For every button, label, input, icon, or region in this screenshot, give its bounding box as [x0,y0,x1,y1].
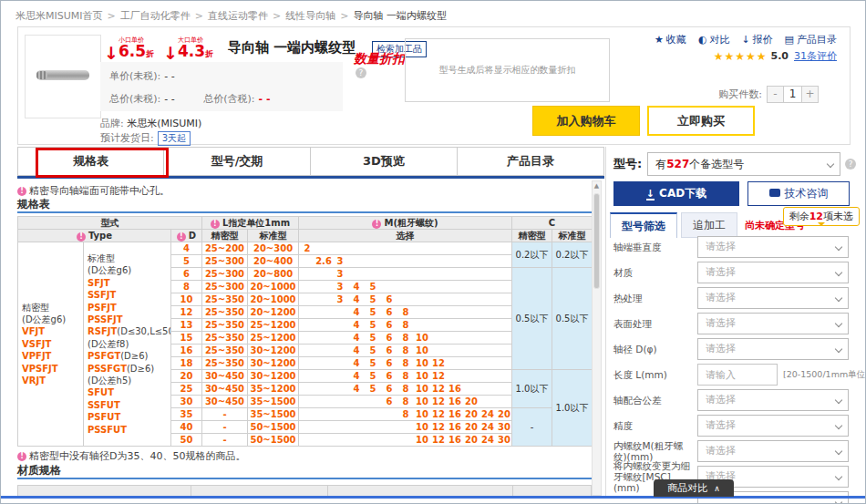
model-select[interactable]: 有527个备选型号 [647,152,840,176]
quote-download-action[interactable]: ↓报价 [741,33,772,46]
header-c: C [512,217,593,230]
reviews-link[interactable]: 31条评价 [794,49,837,63]
unit-price-value: - - [164,70,174,82]
filter-field-row: 轴径 D(φ)请选择 [613,336,860,362]
info-icon[interactable]: ? [356,67,366,78]
qty-plus-button[interactable]: + [801,86,819,103]
add-to-cart-button[interactable]: 加入购物车 [532,106,640,136]
filter-field-row: 长度 L(mm)[20-1500/1mm单位] [613,362,860,387]
catalog-label: 产品目录 [797,33,837,46]
cad-download-button[interactable]: ↓CAD下载 [613,181,739,206]
breadcrumb-separator: > [195,10,203,22]
m-values-cell: 101216202430 [299,421,512,434]
d-value: 12 [171,306,202,319]
misumi-product-page: 米思米MISUMI首页>工厂自动化零件>直线运动零件>线性导向轴>导向轴 一端内… [0,0,866,504]
content-scrollbar[interactable]: ▲ [592,180,602,496]
product-compare-button[interactable]: 商品对比 ∧ [654,479,734,497]
compare-action[interactable]: ◐对比 [698,33,730,46]
l-standard-value: 25~1200 [248,319,299,332]
favorite-label: 收藏 [666,33,686,46]
tab-main[interactable]: 产品目录 [458,147,604,176]
filter-field-row: 将内螺纹变更为细牙螺纹[MSC](mm)请选择 [613,464,860,489]
select-field-4[interactable]: 请选择 [697,338,849,360]
l-standard-value: 35~1500 [248,408,299,421]
total-tax-value: - - [259,93,271,105]
breadcrumb-item[interactable]: 米思米MISUMI首页 [15,10,103,22]
select-field-0[interactable]: 请选择 [697,236,849,258]
main-tab-bar: 规格表型号/交期3D预览产品目录 [17,147,604,176]
c-standard-value: 0.5以下 [552,268,593,370]
quantity-stepper: - 1 + [767,86,819,103]
model-label: 型号: [613,156,642,172]
breadcrumb: 米思米MISUMI首页>工厂自动化零件>直线运动零件>线性导向轴>导向轴 一端内… [15,9,447,23]
spec-table-wrap: 型式 !L指定单位1mm !M(粗牙螺纹) C !Type !D 精密型 标准型… [17,216,593,447]
l-standard-value: 20~1000 [248,281,299,293]
page-title: 导向轴 一端内螺纹型 [228,39,356,57]
field-label: 表面处理 [613,318,696,329]
tab-main[interactable]: 3D预览 [311,147,458,176]
d-value: 15 [171,332,202,345]
quote-download-label: 报价 [753,33,773,46]
buy-now-button[interactable]: 立即购买 [647,106,755,136]
table-row: 精密型(D公差g6)VFJTVSFJTVPFJTVPSFJTVRJT标准型(D公… [18,242,593,255]
filter-field-row: 轴端垂直度请选择 [613,234,860,260]
d-value: 5 [171,255,202,268]
quantity-discount-hint: 型号生成后将显示相应的数量折扣 [439,64,576,77]
scroll-up-arrow-icon[interactable]: ▲ [593,181,601,191]
discount-value: 4.3 [178,42,205,60]
select-field-3[interactable]: 请选择 [697,313,849,334]
chevron-down-icon [835,499,842,504]
c-precision-value: 0.5以下 [512,268,552,370]
l-standard-value: 25~1200 [248,332,299,345]
l-precision-value: 30~450 [202,370,248,383]
note-bottom: !精密型中没有轴径D为35、40、50规格的商品。 [17,449,245,463]
tab-main[interactable]: 型号/交期 [164,147,311,176]
select-field-7[interactable]: 请选择 [697,415,849,437]
spec-table: 型式 !L指定单位1mm !M(粗牙螺纹) C !Type !D 精密型 标准型… [17,216,593,447]
catalog-icon: ▤ [785,34,794,46]
quantity-discount-box: 型号生成后将显示相应的数量折扣 [405,38,610,102]
field-label: 内螺纹M(粗牙螺纹)(mm) [613,440,696,462]
header-d: !D [171,230,202,242]
tab-active-main[interactable]: 规格表 [17,147,164,176]
product-thumbnail[interactable] [25,35,101,118]
select-field-1[interactable]: 请选择 [697,262,849,283]
qty-value[interactable]: 1 [784,86,801,103]
down-arrow-icon: ↓ [104,46,119,61]
input-field-5[interactable] [697,364,778,386]
rating-row: ★★★★★ 5.0 31条评价 [714,49,837,63]
l-precision-value: - [202,408,248,421]
catalog-action[interactable]: ▤产品目录 [785,33,837,46]
header-c-precision: 精密型 [512,230,552,242]
scrollbar-thumb[interactable] [593,193,600,289]
breadcrumb-item[interactable]: 线性导向轴 [285,10,335,22]
select-field-8[interactable]: 请选择 [697,440,849,462]
c-precision-value: 1.0以下 [512,370,552,408]
m-values-cell: 456810 [299,332,512,345]
section-title-material: 材质规格 [17,463,61,478]
l-precision-value: 25~300 [202,268,248,281]
compare-icon: ◐ [698,34,707,46]
m-values-cell: 4568101216 [299,383,512,396]
type-standard-cell: 标准型(D公差g6)SFJTSSFJTPSFJTPSSFJTRSFJT(D≤30… [84,242,171,447]
select-field-6[interactable]: 请选择 [697,389,849,411]
breadcrumb-item[interactable]: 工厂自动化零件 [120,10,191,22]
section-underline [17,211,592,213]
filter-field-row: 材质请选择 [613,260,860,285]
favorite-action[interactable]: ★收藏 [655,33,686,46]
chevron-down-icon [835,422,842,429]
tech-consult-button[interactable]: 技术咨询 [747,181,850,206]
chevron-down-icon [835,396,842,404]
m-values-cell: 45681012 [299,370,512,383]
qty-minus-button[interactable]: - [767,86,784,103]
info-dot-icon: ! [77,232,86,242]
breadcrumb-item[interactable]: 导向轴 一端内螺纹型 [353,10,447,22]
ship-label: 预计发货日: [100,132,154,144]
info-icon[interactable]: ? [845,159,856,170]
field-label: 轴端垂直度 [613,242,696,252]
select-field-2[interactable]: 请选择 [697,287,849,309]
breadcrumb-item[interactable]: 直线运动零件 [208,10,268,22]
header-m: !M(粗牙螺纹) [299,217,512,230]
l-precision-value: 25~300 [202,255,248,268]
config-panel: 型号: 有527个备选型号 ? ↓CAD下载 技术咨询 型号筛选 追加工 尚未确… [606,147,865,496]
